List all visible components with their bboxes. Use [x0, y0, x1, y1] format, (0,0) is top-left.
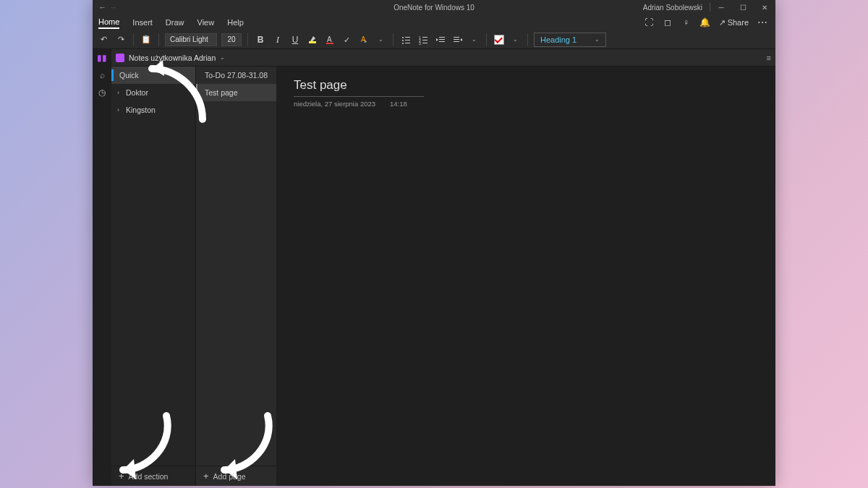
bullet-list-button[interactable]	[399, 33, 412, 47]
nav-panels: Notes użytkownika Adrian ⌄ ≡ Quick › Dok…	[111, 49, 775, 486]
page-date: niedziela, 27 sierpnia 2023	[294, 100, 375, 108]
tab-home[interactable]: Home	[98, 16, 119, 29]
font-color-button[interactable]: A	[323, 33, 336, 47]
svg-text:A: A	[327, 35, 332, 43]
maximize-button[interactable]: ☐	[732, 0, 754, 14]
page-item[interactable]: Test page	[196, 84, 276, 101]
svg-rect-22	[454, 39, 459, 40]
minimize-button[interactable]: ─	[710, 0, 732, 14]
expand-icon: ›	[117, 89, 123, 96]
page-time: 14:18	[390, 100, 407, 108]
svg-rect-18	[439, 37, 445, 38]
recent-icon[interactable]: ◷	[96, 87, 108, 98]
onenote-window: ← → OneNote for Windows 10 Adrian Sobole…	[93, 0, 775, 486]
svg-point-6	[402, 37, 404, 38]
page-meta: niedziela, 27 sierpnia 2023 14:18	[294, 100, 758, 108]
section-item[interactable]: Quick	[111, 67, 195, 84]
meeting-icon[interactable]: ◻	[663, 17, 673, 27]
notebook-icon	[116, 53, 124, 62]
svg-point-10	[402, 43, 404, 44]
svg-rect-19	[439, 39, 445, 40]
plus-icon: +	[119, 471, 124, 481]
tab-help[interactable]: Help	[227, 17, 244, 28]
left-rail: ▮▮ ⌕ ◷	[93, 49, 111, 486]
page-title[interactable]: Test page	[294, 78, 424, 95]
forward-button[interactable]: →	[109, 3, 117, 12]
svg-text:✓: ✓	[344, 35, 350, 44]
page-item[interactable]: To-Do 27.08-31.08	[196, 67, 276, 84]
main-area: ▮▮ ⌕ ◷ Notes użytkownika Adrian ⌄ ≡	[93, 49, 775, 486]
svg-rect-11	[405, 43, 410, 43]
plus-icon: +	[203, 471, 209, 481]
style-select[interactable]: Heading 1 ⌄	[534, 33, 606, 47]
menubar: Home Insert Draw View Help ⛶ ◻ ♀ 🔔 ↗ Sha…	[93, 14, 775, 30]
chevron-down-icon: ⌄	[220, 54, 225, 61]
undo-button[interactable]: ↶	[97, 33, 110, 47]
close-button[interactable]: ✕	[754, 0, 775, 14]
share-button[interactable]: ↗ Share	[719, 18, 749, 27]
section-item[interactable]: › Kingston	[111, 101, 195, 119]
svg-rect-9	[405, 40, 410, 40]
clipboard-icon[interactable]: 📋	[140, 33, 153, 47]
svg-rect-17	[422, 43, 427, 43]
user-name[interactable]: Adrian Sobolewski	[636, 4, 710, 12]
svg-rect-0	[309, 41, 316, 43]
notebooks-icon[interactable]: ▮▮	[96, 52, 108, 64]
fullscreen-icon[interactable]: ⛶	[644, 17, 654, 27]
svg-rect-2	[326, 43, 333, 44]
tags-dropdown[interactable]: ⌄	[509, 33, 522, 47]
search-icon[interactable]: ⌕	[96, 69, 108, 81]
redo-button[interactable]: ↷	[114, 33, 127, 47]
tab-draw[interactable]: Draw	[166, 17, 184, 28]
svg-rect-7	[405, 37, 410, 38]
ribbon: ↶ ↷ 📋 Calibri Light 20 B I U A ✓ A» ⌄ 12…	[93, 30, 775, 49]
section-item[interactable]: › Doktor	[111, 84, 195, 101]
svg-rect-23	[454, 41, 459, 42]
font-more-dropdown[interactable]: ⌄	[374, 33, 387, 47]
font-name-select[interactable]: Calibri Light	[165, 33, 217, 46]
bell-icon[interactable]: 🔔	[700, 17, 710, 27]
tab-insert[interactable]: Insert	[132, 17, 153, 28]
expand-icon: ›	[117, 106, 123, 114]
more-button[interactable]: ⋯	[757, 17, 768, 28]
svg-text:»: »	[364, 39, 367, 44]
add-section-button[interactable]: + Add section	[111, 466, 195, 486]
italic-button[interactable]: I	[271, 33, 284, 47]
bold-button[interactable]: B	[254, 33, 267, 47]
pages-panel: To-Do 27.08-31.08 Test page + Add page	[195, 67, 276, 486]
outdent-button[interactable]	[434, 33, 447, 47]
font-size-select[interactable]: 20	[221, 33, 242, 46]
highlight-button[interactable]	[306, 33, 319, 47]
add-page-button[interactable]: + Add page	[196, 466, 276, 486]
svg-text:3: 3	[419, 41, 421, 45]
tab-view[interactable]: View	[197, 17, 215, 28]
notebook-selector[interactable]: Notes użytkownika Adrian ⌄	[116, 53, 225, 62]
titlebar: ← → OneNote for Windows 10 Adrian Sobole…	[93, 0, 775, 14]
svg-rect-20	[439, 41, 445, 42]
notebook-name: Notes użytkownika Adrian	[129, 53, 216, 62]
sections-panel: Quick › Doktor › Kingston + Add s	[111, 67, 195, 486]
sort-button[interactable]: ≡	[767, 53, 771, 62]
lightbulb-icon[interactable]: ♀	[681, 17, 692, 27]
svg-rect-13	[422, 37, 427, 38]
svg-point-8	[402, 40, 404, 41]
svg-rect-15	[422, 40, 427, 40]
todo-tag-button[interactable]	[493, 33, 506, 47]
back-button[interactable]: ←	[98, 3, 106, 12]
app-title: OneNote for Windows 10	[393, 4, 475, 12]
indent-button[interactable]	[451, 33, 464, 47]
underline-button[interactable]: U	[289, 33, 302, 47]
paragraph-more-dropdown[interactable]: ⌄	[467, 33, 480, 47]
clear-format-button[interactable]: ✓	[341, 33, 354, 47]
svg-rect-21	[454, 37, 459, 38]
number-list-button[interactable]: 123	[417, 33, 430, 47]
page-content[interactable]: Test page niedziela, 27 sierpnia 2023 14…	[276, 67, 775, 486]
format-painter-button[interactable]: A»	[358, 33, 371, 47]
